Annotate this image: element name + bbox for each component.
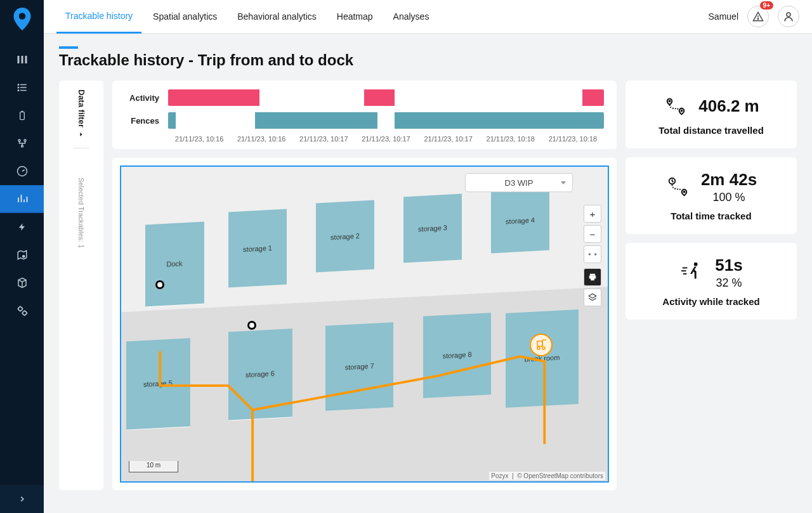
alerts-button[interactable]: 9+ (747, 6, 769, 27)
svg-point-39 (681, 110, 683, 112)
map-zone: storage 5 (126, 338, 190, 429)
svg-point-14 (21, 145, 23, 147)
svg-rect-2 (21, 56, 23, 63)
data-filter-panel[interactable]: Data filter Selected Trackables: 1 (59, 81, 103, 490)
svg-line-42 (672, 181, 673, 183)
stat-distance-label: Total distance travelled (636, 125, 787, 136)
zoom-out-button[interactable]: − (584, 225, 601, 243)
stat-activity-card: 51s32 % Activity while tracked (625, 243, 797, 320)
sidebar-expand-button[interactable] (0, 485, 44, 513)
svg-point-0 (18, 13, 25, 20)
svg-rect-34 (590, 274, 595, 276)
timeline-tick: 21/11/23, 10:16 (230, 135, 292, 143)
notification-badge: 9+ (760, 1, 773, 10)
map-zone: storage 1 (228, 209, 287, 288)
nav-item-settings[interactable] (0, 297, 44, 325)
svg-point-20 (22, 255, 25, 258)
tab-heatmap[interactable]: Heatmap (328, 0, 382, 34)
chevron-right-icon (78, 131, 84, 138)
content: Trackable history - Trip from and to doc… (44, 34, 812, 513)
map-card: Dockstorage 1storage 2storage 3storage 4… (112, 158, 617, 490)
svg-point-44 (694, 263, 698, 266)
stat-activity-pct: 32 % (715, 276, 742, 290)
svg-point-22 (22, 311, 26, 315)
alert-icon (752, 11, 764, 22)
nav-item-1[interactable] (0, 46, 44, 74)
stat-time-card: 2m 42s100 % Total time tracked (625, 157, 797, 234)
fences-bar[interactable] (168, 112, 604, 129)
map[interactable]: Dockstorage 1storage 2storage 3storage 4… (120, 166, 609, 483)
svg-marker-26 (80, 133, 82, 136)
print-icon (588, 273, 597, 282)
nav-item-2[interactable] (0, 74, 44, 101)
title-accent (59, 46, 78, 49)
stat-distance-card: 406.2 m Total distance travelled (625, 81, 797, 148)
layers-button[interactable] (584, 289, 601, 306)
svg-point-38 (669, 100, 671, 101)
svg-rect-36 (591, 278, 594, 280)
map-zone: Dock (145, 222, 204, 307)
svg-point-29 (542, 347, 545, 349)
tab-behavioral-analytics[interactable]: Behavioral analytics (228, 0, 325, 34)
map-zone: storage 3 (403, 193, 462, 263)
map-zone: storage 4 (491, 187, 549, 253)
activity-bar[interactable] (168, 89, 604, 106)
nav-item-5[interactable] (0, 157, 44, 185)
timeline-ticks: 21/11/23, 10:1621/11/23, 10:1621/11/23, … (168, 135, 604, 143)
nav-item-analytics[interactable] (0, 185, 44, 213)
timeline-tick: 21/11/23, 10:18 (542, 135, 604, 143)
tabs: Trackable history Spatial analytics Beha… (56, 0, 438, 34)
svg-point-7 (18, 84, 19, 86)
svg-point-43 (683, 192, 684, 193)
svg-marker-32 (588, 253, 591, 256)
svg-rect-3 (25, 56, 27, 63)
stat-activity-value: 51s (715, 256, 742, 275)
tab-spatial-analytics[interactable]: Spatial analytics (144, 0, 226, 34)
map-zone: storage 8 (423, 313, 491, 398)
svg-marker-37 (589, 294, 596, 298)
map-layer-select[interactable]: D3 WIP (465, 173, 573, 192)
svg-point-9 (18, 90, 19, 91)
svg-point-8 (18, 87, 19, 88)
svg-point-12 (18, 140, 20, 141)
data-filter-title: Data filter (77, 89, 86, 138)
timeline-tick: 21/11/23, 10:17 (417, 135, 480, 143)
nav-item-3[interactable] (0, 101, 44, 129)
map-zone: storage 6 (228, 328, 292, 420)
timeline-tick: 21/11/23, 10:17 (355, 135, 417, 143)
map-zone: break room (506, 309, 579, 408)
tab-trackable-history[interactable]: Trackable history (56, 0, 141, 34)
user-name: Samuel (709, 11, 738, 22)
timeline-card: Activity Fences 21/11/23, 10:1621/11/23,… (112, 81, 617, 149)
print-button[interactable] (584, 268, 601, 286)
nav-item-8[interactable] (0, 241, 44, 269)
svg-point-25 (787, 13, 790, 16)
activity-label: Activity (125, 93, 159, 103)
map-attribution: Pozyx | © OpenStreetMap contributors (489, 472, 605, 480)
nav-item-9[interactable] (0, 269, 44, 297)
nav-item-7[interactable] (0, 213, 44, 241)
svg-rect-1 (17, 56, 19, 63)
map-marker-start (155, 280, 164, 289)
user-profile-button[interactable] (778, 6, 799, 27)
stat-time-label: Total time tracked (636, 211, 787, 221)
nav-item-4[interactable] (0, 129, 44, 157)
svg-rect-10 (20, 112, 24, 120)
divider (74, 148, 89, 148)
stat-activity-label: Activity while tracked (636, 296, 787, 307)
svg-marker-33 (595, 253, 598, 256)
map-scale: 10 m (129, 461, 178, 472)
zoom-in-button[interactable]: + (584, 205, 601, 223)
user-icon (783, 11, 794, 22)
stat-time-value: 2m 42s (701, 170, 757, 190)
route-time-icon (665, 174, 691, 200)
page-title: Trackable history - Trip from and to doc… (59, 51, 797, 69)
reset-view-button[interactable] (584, 245, 601, 263)
svg-rect-27 (537, 341, 542, 346)
stats-column: 406.2 m Total distance travelled 2m 42s1… (625, 81, 797, 490)
activity-icon (679, 260, 705, 285)
map-zone: storage 2 (316, 200, 374, 272)
timeline-tick: 21/11/23, 10:16 (168, 135, 230, 143)
timeline-tick: 21/11/23, 10:17 (292, 135, 355, 143)
tab-analyses[interactable]: Analyses (384, 0, 438, 34)
